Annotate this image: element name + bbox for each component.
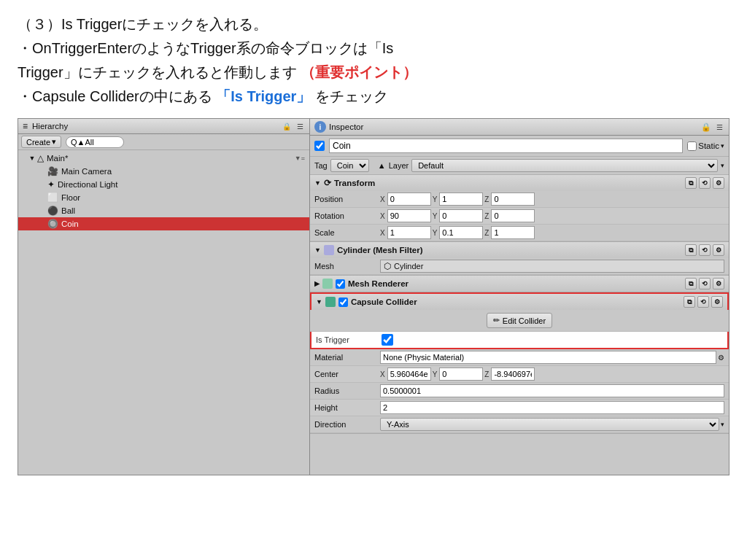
transform-arrow: ▼	[314, 179, 321, 187]
hierarchy-list-icon: ≡	[23, 121, 28, 131]
scale-x-axis: X	[380, 229, 385, 237]
mesh-renderer-reset-btn[interactable]: ⟲	[699, 278, 711, 289]
rotation-label: Rotation	[314, 211, 380, 220]
position-y[interactable]	[439, 192, 483, 206]
mesh-renderer-settings-btn[interactable]: ⚙	[713, 278, 724, 289]
direction-row: Direction Y-Axis ▾	[310, 416, 729, 433]
mesh-renderer-icon	[322, 279, 333, 289]
position-fields: X Y Z	[380, 192, 724, 206]
direction-select[interactable]: Y-Axis	[380, 418, 719, 431]
transform-copy-btn[interactable]: ⧉	[685, 177, 697, 189]
tree-item-floor[interactable]: ⬜ Floor	[18, 191, 309, 204]
object-active-checkbox[interactable]	[314, 141, 325, 151]
capsule-header[interactable]: ▼ Capsule Collider ⧉ ⟲ ⚙	[310, 292, 729, 310]
rotation-z[interactable]	[491, 209, 535, 222]
mesh-cylinder-icon: ⬡	[384, 261, 391, 271]
tree-item-coin[interactable]: 🔘 Coin	[18, 217, 309, 230]
cylinder-arrow: ▼	[314, 246, 321, 254]
center-x[interactable]	[387, 368, 431, 381]
direction-label: Direction	[314, 420, 380, 429]
center-y[interactable]	[439, 368, 483, 381]
tree-label-floor: Floor	[61, 193, 305, 202]
edit-collider-label: Edit Collider	[503, 316, 546, 325]
pos-y-axis: Y	[433, 195, 438, 203]
radius-value[interactable]	[380, 384, 724, 397]
transform-settings-btn[interactable]: ⚙	[713, 177, 724, 189]
center-fields: X Y Z	[380, 368, 724, 381]
material-row: Material ⚙	[310, 349, 729, 366]
cylinder-title: Cylinder (Mesh Filter)	[337, 246, 423, 254]
rot-x-axis: X	[380, 212, 385, 220]
mesh-renderer-checkbox[interactable]	[336, 279, 345, 289]
tree-item-main-camera[interactable]: 🎥 Main Camera	[18, 165, 309, 178]
static-checkbox[interactable]	[687, 141, 697, 151]
material-label: Material	[314, 353, 380, 362]
rot-y-axis: Y	[433, 212, 438, 220]
mesh-renderer-copy-btn[interactable]: ⧉	[685, 278, 697, 289]
capsule-reset-btn[interactable]: ⟲	[697, 296, 709, 308]
hierarchy-toolbar: Create ▾	[18, 134, 309, 150]
position-x[interactable]	[387, 192, 431, 206]
coin-icon: 🔘	[47, 219, 58, 229]
cylinder-settings-btn[interactable]: ⚙	[713, 244, 724, 256]
edit-collider-icon: ✏	[493, 316, 500, 325]
direction-arrow: ▾	[721, 421, 724, 428]
rotation-fields: X Y Z	[380, 209, 724, 222]
scene-icon: △	[37, 153, 44, 163]
tree-item-ball[interactable]: ⚫ Ball	[18, 204, 309, 217]
mesh-renderer-header[interactable]: ▶ Mesh Renderer ⧉ ⟲ ⚙	[310, 276, 729, 292]
tree-label-coin: Coin	[61, 219, 305, 228]
hierarchy-header: ≡ Hierarchy 🔒 ☰	[18, 119, 309, 134]
line4-prefix: ・Capsule Colliderの中にある	[18, 88, 212, 104]
capsule-arrow: ▼	[316, 298, 322, 306]
capsule-settings-btn[interactable]: ⚙	[711, 296, 723, 308]
hierarchy-header-icons: 🔒 ☰	[282, 121, 305, 131]
create-button[interactable]: Create ▾	[21, 136, 61, 148]
tree-label-light: Directional Light	[58, 180, 305, 189]
is-trigger-checkbox[interactable]	[382, 334, 393, 346]
direction-fields: Y-Axis ▾	[380, 418, 724, 431]
inspector-title: Inspector	[329, 122, 363, 131]
mesh-renderer-arrow: ▶	[314, 280, 320, 287]
hierarchy-tree: ▼ △ Main* ▼= 🎥 Main Camera ✦ Directional…	[18, 150, 309, 475]
text-section: （３）Is Triggerにチェックを入れる。 ・OnTriggerEnterの…	[0, 0, 747, 118]
static-dropdown-arrow: ▾	[721, 142, 724, 149]
search-input[interactable]	[66, 136, 124, 148]
transform-header[interactable]: ▼ ⟳ Transform ⧉ ⟲ ⚙	[310, 175, 729, 191]
tag-label: Tag	[314, 161, 328, 170]
mesh-label: Mesh	[314, 262, 380, 271]
scale-y[interactable]	[439, 226, 483, 239]
material-fields: ⚙	[380, 351, 724, 364]
position-z[interactable]	[491, 192, 535, 206]
line2: ・OnTriggerEnterのようなTrigger系の命令ブロックは「Is	[18, 37, 729, 60]
cylinder-mesh-section: ▼ Cylinder (Mesh Filter) ⧉ ⟲ ⚙ Mesh ⬡ Cy…	[310, 242, 729, 276]
capsule-copy-btn[interactable]: ⧉	[684, 296, 695, 308]
tag-select[interactable]: Coin	[330, 159, 369, 172]
inspector-header: i Inspector 🔒 ☰	[310, 119, 729, 136]
floor-icon: ⬜	[47, 192, 58, 203]
cylinder-header[interactable]: ▼ Cylinder (Mesh Filter) ⧉ ⟲ ⚙	[310, 242, 729, 258]
create-label: Create	[26, 138, 50, 147]
scale-row: Scale X Y Z	[310, 225, 729, 241]
scale-z-axis: Z	[484, 229, 489, 237]
scale-z[interactable]	[491, 226, 535, 239]
center-z[interactable]	[491, 368, 535, 381]
cylinder-reset-btn[interactable]: ⟲	[699, 244, 711, 256]
edit-collider-button[interactable]: ✏ Edit Collider	[487, 313, 552, 328]
cylinder-copy-btn[interactable]: ⧉	[685, 244, 697, 256]
line4-suffix: をチェック	[315, 88, 388, 104]
scale-x[interactable]	[387, 226, 431, 239]
height-value[interactable]	[380, 401, 724, 414]
tree-item-light[interactable]: ✦ Directional Light	[18, 178, 309, 191]
rotation-y[interactable]	[439, 209, 483, 222]
transform-reset-btn[interactable]: ⟲	[699, 177, 711, 189]
tree-item-main[interactable]: ▼ △ Main* ▼=	[18, 152, 309, 165]
material-value[interactable]	[380, 351, 716, 364]
layer-spacer: ▲	[378, 161, 386, 170]
capsule-checkbox[interactable]	[338, 298, 348, 307]
layer-select[interactable]: Default	[411, 159, 718, 172]
object-name-field[interactable]	[329, 139, 683, 153]
pos-x-axis: X	[380, 195, 385, 203]
rotation-x[interactable]	[387, 209, 431, 222]
capsule-icon	[325, 297, 336, 307]
